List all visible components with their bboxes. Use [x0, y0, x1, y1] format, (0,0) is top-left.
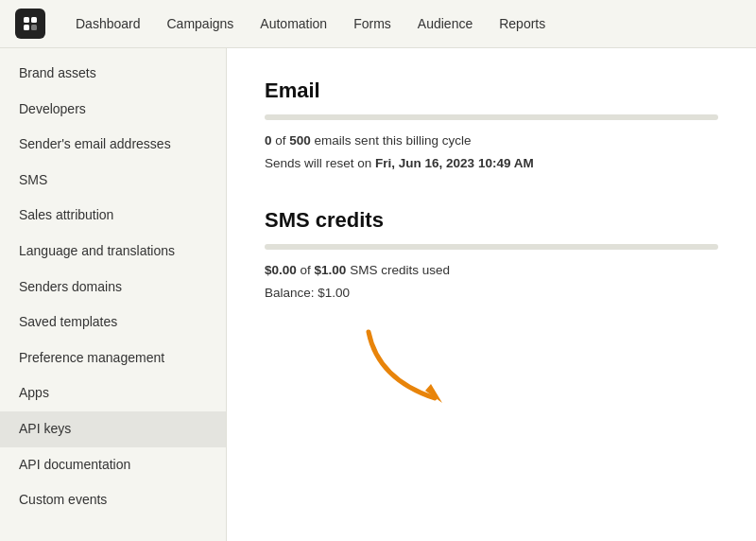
svg-rect-2: [24, 25, 29, 30]
sidebar-item-api-keys[interactable]: API keys: [0, 411, 226, 447]
sidebar: Brand assets Developers Sender's email a…: [0, 48, 227, 541]
email-stat2-date: Fri, Jun 16, 2023 10:49 AM: [375, 156, 534, 170]
sms-stat1-used: $0.00: [265, 263, 297, 277]
email-stat2-label: Sends will reset on: [265, 156, 371, 170]
main-content: Email 0 of 500 emails sent this billing …: [227, 48, 756, 541]
sidebar-item-apps[interactable]: Apps: [0, 375, 226, 411]
email-stat1-count: 500: [289, 133, 311, 148]
sms-section: SMS credits $0.00 of $1.00 SMS credits u…: [265, 208, 718, 304]
sidebar-item-sms[interactable]: SMS: [0, 163, 226, 199]
nav-item-dashboard[interactable]: Dashboard: [64, 10, 152, 37]
sms-stat1-of: of: [301, 263, 311, 277]
sidebar-item-preference-management[interactable]: Preference management: [0, 340, 226, 376]
sidebar-item-api-documentation[interactable]: API documentation: [0, 447, 226, 483]
main-layout: Brand assets Developers Sender's email a…: [0, 48, 756, 541]
email-progress-bar-bg: [265, 114, 718, 120]
top-nav: Dashboard Campaigns Automation Forms Aud…: [0, 0, 756, 48]
sidebar-item-language-translations[interactable]: Language and translations: [0, 234, 226, 270]
sidebar-item-senders-email[interactable]: Sender's email addresses: [0, 127, 226, 163]
email-stat1: 0 of 500 emails sent this billing cycle: [265, 131, 718, 150]
svg-rect-3: [31, 25, 37, 30]
arrow-annotation: [359, 323, 472, 410]
sidebar-item-developers[interactable]: Developers: [0, 92, 226, 128]
email-stat1-sent: 0: [265, 133, 272, 148]
nav-item-audience[interactable]: Audience: [406, 10, 484, 37]
email-section: Email 0 of 500 emails sent this billing …: [265, 79, 718, 174]
email-stat2: Sends will reset on Fri, Jun 16, 2023 10…: [265, 154, 718, 173]
sidebar-item-brand-assets[interactable]: Brand assets: [0, 56, 226, 92]
sms-stat1-total: $1.00: [315, 263, 347, 277]
nav-item-campaigns[interactable]: Campaigns: [156, 10, 246, 37]
sidebar-item-senders-domains[interactable]: Senders domains: [0, 270, 226, 305]
svg-rect-0: [24, 17, 29, 23]
app-logo[interactable]: [15, 9, 45, 39]
nav-item-automation[interactable]: Automation: [249, 10, 338, 37]
svg-rect-1: [31, 17, 37, 23]
sidebar-item-saved-templates[interactable]: Saved templates: [0, 305, 226, 340]
sms-section-title: SMS credits: [265, 208, 718, 233]
sms-stat1: $0.00 of $1.00 SMS credits used: [265, 261, 718, 280]
sms-stat2: Balance: $1.00: [265, 284, 718, 303]
nav-items: Dashboard Campaigns Automation Forms Aud…: [64, 10, 557, 37]
nav-item-forms[interactable]: Forms: [342, 10, 403, 37]
email-stat1-of: of: [275, 133, 285, 148]
logo-icon: [21, 14, 40, 33]
sidebar-item-sales-attribution[interactable]: Sales attribution: [0, 198, 226, 234]
sidebar-item-custom-events[interactable]: Custom events: [0, 482, 226, 518]
email-stat1-suffix: emails sent this billing cycle: [315, 133, 472, 148]
email-section-title: Email: [265, 79, 718, 103]
arrow-icon: [359, 323, 472, 408]
nav-item-reports[interactable]: Reports: [488, 10, 557, 37]
sms-progress-bar-bg: [265, 244, 718, 250]
svg-marker-4: [425, 384, 442, 403]
sms-stat1-suffix: SMS credits used: [350, 263, 450, 277]
